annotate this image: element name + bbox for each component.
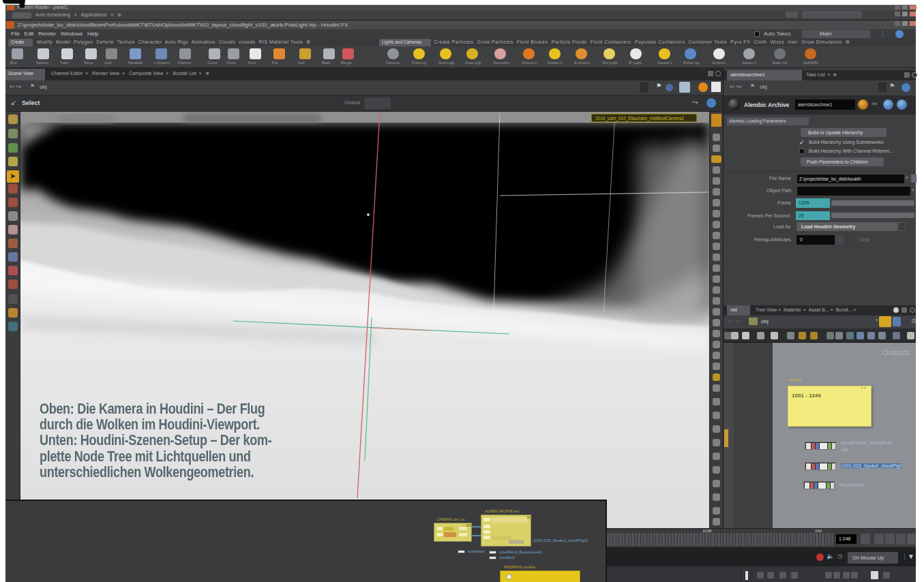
svg-text:1010_cam_010_Etau/cam_midBootC: 1010_cam_010_Etau/cam_midBootCamera2 [595,116,684,121]
